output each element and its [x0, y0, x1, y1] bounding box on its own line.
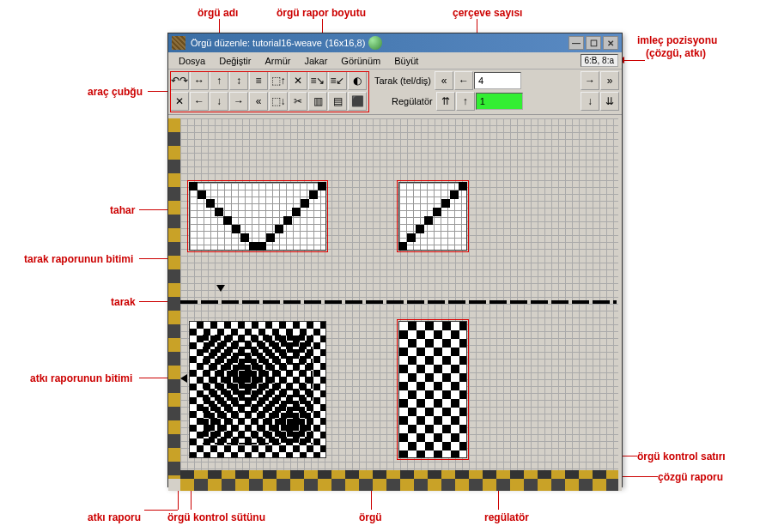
menu-file[interactable]: Dosya: [172, 54, 212, 68]
menubar: Dosya Değiştir Armür Jakar Görünüm Büyüt…: [168, 52, 622, 70]
orgu-overlay: [203, 335, 313, 444]
ann-arac-cubugu: araç çubğu: [88, 86, 143, 98]
regulator-label: Regülatör: [392, 96, 433, 106]
tool-up-icon[interactable]: ↑: [210, 71, 228, 90]
ann-imlec-poz-sub: (çözgü, atkı): [646, 47, 706, 59]
ann-regulator: regülatör: [484, 511, 529, 523]
ann-imlec-poz: imleç pozisyonu: [637, 34, 717, 46]
regulator-input[interactable]: 1: [476, 93, 523, 110]
ann-orgu: örgü: [359, 511, 382, 523]
tool-pattern1-icon[interactable]: ▥: [308, 92, 327, 111]
ann-tarak-raporunun-bitimi: tarak raporunun bitimi: [24, 253, 133, 265]
tarak-last-button[interactable]: »: [600, 71, 619, 90]
tarak-input[interactable]: 4: [474, 72, 521, 89]
reg-down-button[interactable]: ↓: [581, 92, 599, 111]
svg-rect-13: [275, 225, 283, 233]
svg-rect-0: [189, 182, 198, 190]
ann-line: [498, 489, 499, 510]
atki-end-arrow: [180, 374, 187, 383]
svg-rect-4: [223, 216, 232, 225]
ayna-pattern: [398, 182, 467, 251]
ann-orgu-adi: örgü adı: [198, 7, 238, 19]
ann-line: [623, 456, 637, 456]
tool-diag1-icon[interactable]: ≡↘: [308, 71, 327, 90]
tarak-first-button[interactable]: «: [435, 71, 453, 90]
svg-rect-1: [198, 190, 206, 199]
ann-orgu-kontrol-sutunu: örgü kontrol sütünu: [167, 511, 265, 523]
maximize-button[interactable]: ☐: [586, 36, 601, 50]
tarak-next-button[interactable]: →: [581, 71, 599, 90]
menu-jakar[interactable]: Jakar: [297, 54, 334, 68]
svg-rect-20: [433, 208, 441, 216]
ann-tarak: tarak: [111, 296, 136, 308]
suse-icon: [368, 36, 382, 50]
tool-down-icon[interactable]: ↓: [210, 92, 228, 111]
armur-block[interactable]: [398, 321, 467, 458]
tool-rewind-icon[interactable]: «: [249, 92, 268, 111]
canvas-area[interactable]: [168, 115, 622, 491]
tool-right-icon[interactable]: →: [229, 92, 248, 111]
app-icon: [172, 36, 185, 50]
svg-rect-3: [215, 208, 223, 216]
tool-fill-icon[interactable]: ≡: [249, 71, 268, 90]
svg-rect-19: [424, 216, 433, 225]
ruler-left: [168, 118, 180, 479]
ann-line: [371, 489, 372, 510]
reg-top-button[interactable]: ⇈: [436, 92, 455, 111]
ann-line: [219, 19, 220, 33]
tool-flip-h-icon[interactable]: ↔: [190, 71, 209, 90]
menu-edit[interactable]: Değiştir: [212, 54, 258, 68]
svg-rect-22: [450, 190, 459, 199]
ann-line: [139, 378, 167, 378]
ann-line: [178, 489, 179, 510]
tool-left-icon[interactable]: ←: [190, 92, 209, 111]
close-button[interactable]: ✕: [603, 36, 618, 50]
svg-rect-14: [266, 233, 275, 242]
ann-line: [139, 301, 167, 302]
tool-fill-black-icon[interactable]: ⬛: [348, 92, 367, 111]
tool-cut2-icon[interactable]: ✂: [289, 92, 307, 111]
menu-zoom[interactable]: Büyüt: [387, 54, 425, 68]
tarak-prev-button[interactable]: ←: [454, 71, 473, 90]
weave-name: tutorial16-weave: [252, 38, 322, 48]
ann-cozgu-raporu: çözgü raporu: [658, 471, 723, 483]
tool-flip-v-icon[interactable]: ↕: [229, 71, 248, 90]
svg-rect-16: [398, 242, 407, 251]
menu-armur[interactable]: Armür: [258, 54, 297, 68]
ann-line: [148, 91, 167, 92]
tool-pattern2-icon[interactable]: ▤: [328, 92, 347, 111]
toolbar: ↶↷ ↔ ↑ ↕ ≡ ⬚↑ ✕ ≡↘ ≡↙ ◐ Tarak (tel/diş) …: [168, 70, 622, 115]
tool-shift-up-icon[interactable]: ⬚↑: [269, 71, 288, 90]
svg-rect-2: [206, 199, 215, 208]
ann-line: [623, 476, 658, 477]
title-prefix: Örgü düzenle:: [191, 38, 250, 48]
ruler-bottom: [180, 479, 618, 491]
reg-up-button[interactable]: ↑: [456, 92, 475, 111]
ann-line: [144, 510, 178, 511]
svg-rect-23: [459, 182, 467, 190]
tarak-label: Tarak (tel/diş): [374, 76, 431, 86]
ann-line: [191, 489, 192, 510]
reg-bottom-button[interactable]: ⇊: [600, 92, 619, 111]
tool-diag2-icon[interactable]: ≡↙: [328, 71, 347, 90]
svg-rect-18: [416, 225, 424, 233]
tool-undo-redo-icon[interactable]: ↶↷: [170, 71, 189, 90]
minimize-button[interactable]: —: [568, 36, 584, 50]
menu-view[interactable]: Görünüm: [334, 54, 387, 68]
tool-cut-icon[interactable]: ✕: [289, 71, 307, 90]
cursor-position: 6:B, 8:a: [581, 54, 618, 67]
ann-atki-raporunun-bitimi: atkı raporunun bitimi: [30, 372, 132, 384]
tool-invert-icon[interactable]: ◐: [348, 71, 367, 90]
svg-rect-6: [240, 233, 249, 242]
ann-cerceve-sayisi: çerçeve sayısı: [453, 7, 522, 19]
titlebar: Örgü düzenle: tutorial16-weave (16x16, 8…: [168, 33, 622, 52]
ann-orgu-rapor-boyutu: örgü rapor boyutu: [277, 7, 366, 19]
svg-rect-12: [283, 216, 292, 225]
tarak-end-arrow: [216, 285, 225, 292]
svg-rect-10: [301, 199, 309, 208]
tool-clear-icon[interactable]: ✕: [170, 92, 189, 111]
report-size: (16x16,: [325, 38, 357, 48]
tool-shift-down-icon[interactable]: ⬚↓: [269, 92, 288, 111]
ann-orgu-kontrol-satiri: örgü kontrol satırı: [637, 450, 726, 462]
ann-tahar: tahar: [110, 204, 135, 216]
